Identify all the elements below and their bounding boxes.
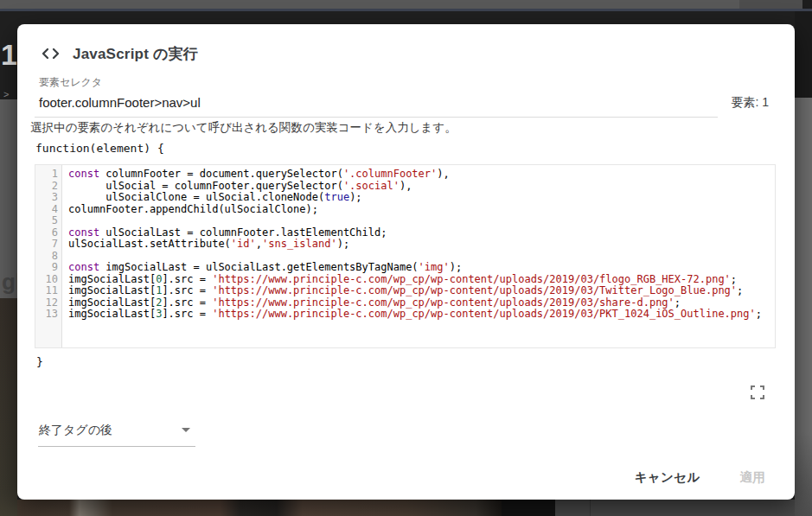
line-number: 12	[35, 297, 58, 309]
line-number: 8	[35, 251, 58, 263]
line-number: 7	[35, 239, 58, 251]
line-number: 10	[35, 274, 58, 286]
backdrop-bottom-dark	[502, 500, 555, 516]
cancel-button[interactable]: キャンセル	[630, 462, 706, 494]
insert-position-dropdown[interactable]: 終了タグの後	[38, 420, 195, 447]
insert-position-value: 終了タグの後	[39, 423, 112, 436]
backdrop-bottom-panel	[555, 500, 795, 516]
backdrop-partial-text: gle	[2, 269, 17, 296]
dialog-actions: キャンセル 適用	[630, 462, 770, 494]
code-line: imgSocialLast[3].src = 'https://www.prin…	[68, 309, 762, 321]
selector-label: 要素セレクタ	[39, 75, 102, 90]
code-line: ulSocial = columnFooter.querySelector('.…	[68, 181, 762, 193]
line-number: 2	[35, 181, 58, 193]
line-number: 6	[35, 227, 58, 239]
backdrop-breadcrumb-chevron: >	[3, 89, 9, 99]
backdrop-photo-bottom	[17, 500, 502, 516]
run-javascript-dialog: JavaScript の実行 要素セレクタ footer.columnFoote…	[17, 24, 795, 500]
code-line	[68, 215, 762, 227]
line-number: 1	[35, 169, 58, 181]
code-editor[interactable]: 12345678910111213 const columnFooter = d…	[35, 164, 776, 348]
backdrop-photo-left	[0, 298, 17, 516]
backdrop-partial-number: 10	[1, 38, 17, 73]
chevron-down-icon	[182, 428, 190, 432]
apply-button[interactable]: 適用	[734, 462, 770, 494]
code-line: const ulSocialLast = columnFooter.lastEl…	[68, 227, 762, 239]
line-numbers: 12345678910111213	[35, 165, 62, 347]
line-number: 13	[35, 309, 58, 321]
browser-titlebar-corner	[802, 0, 812, 9]
browser-titlebar-segment	[739, 0, 802, 9]
line-number: 5	[35, 215, 58, 227]
backdrop-left-panel: gle	[0, 99, 17, 298]
browser-titlebar	[0, 0, 812, 9]
code-icon	[42, 48, 60, 60]
backdrop-bottom-divider	[590, 500, 591, 516]
code-function-header: function(element) {	[35, 142, 164, 155]
element-selector-input[interactable]: footer.columnFooter>nav>ul	[35, 93, 718, 118]
code-line: imgSocialLast[1].src = 'https://www.prin…	[68, 285, 762, 297]
line-number: 4	[35, 204, 58, 216]
line-number: 11	[35, 285, 58, 297]
backdrop-scrollbar[interactable]	[795, 98, 812, 516]
instruction-text: 選択中の要素のそれぞれについて呼び出される関数の実装コードを入力します。	[30, 120, 457, 136]
code-content: const columnFooter = document.querySelec…	[62, 165, 762, 347]
fullscreen-icon[interactable]	[749, 384, 766, 401]
line-number: 9	[35, 262, 58, 274]
dialog-title: JavaScript の実行	[73, 44, 198, 64]
code-line: imgSocialLast[0].src = 'https://www.prin…	[68, 274, 762, 286]
code-line: imgSocialLast[2].src = 'https://www.prin…	[68, 297, 762, 309]
code-line: ulSocialLast.setAttribute('id','sns_isla…	[68, 239, 762, 251]
code-function-footer: }	[36, 355, 43, 368]
code-line	[68, 251, 762, 263]
dialog-header: JavaScript の実行	[42, 43, 198, 64]
code-line: const imgSocialLast = ulSocialLast.getEl…	[68, 262, 762, 274]
element-count: 要素: 1	[731, 95, 769, 111]
screen: 10 > gle JavaScript の実行 要素セレクタ footer.co…	[0, 0, 812, 516]
code-line: const columnFooter = document.querySelec…	[68, 169, 762, 181]
backdrop-right-dark	[795, 11, 812, 98]
line-number: 3	[35, 192, 58, 204]
code-line: columnFooter.appendChild(ulSocialClone);	[68, 204, 762, 216]
code-line: ulSocialClone = ulSocial.cloneNode(true)…	[68, 192, 762, 204]
